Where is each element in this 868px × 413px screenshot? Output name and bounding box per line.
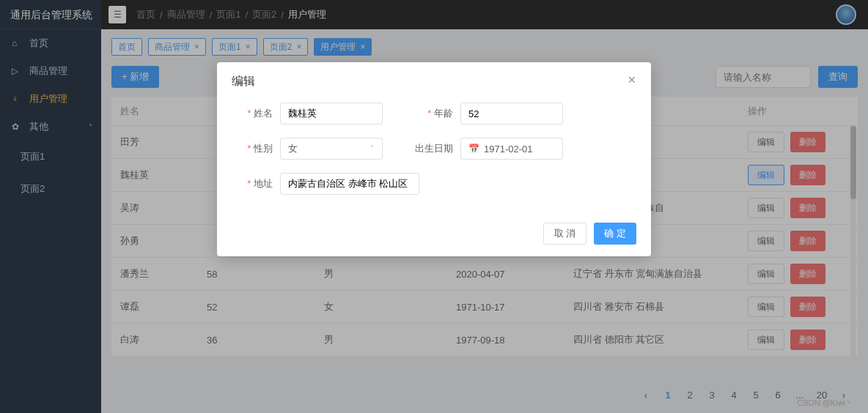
label-age: 年龄 bbox=[412, 107, 453, 120]
chevron-down-icon: ˅ bbox=[369, 144, 375, 155]
sex-select[interactable]: 女˅ bbox=[280, 138, 383, 160]
age-input[interactable] bbox=[460, 103, 563, 124]
label-name: 姓名 bbox=[232, 107, 273, 120]
addr-input[interactable] bbox=[280, 173, 419, 195]
cancel-button[interactable]: 取 消 bbox=[543, 223, 587, 245]
label-birth: 出生日期 bbox=[412, 142, 453, 155]
name-input[interactable] bbox=[280, 103, 383, 124]
label-sex: 性别 bbox=[232, 142, 273, 155]
calendar-icon: 📅 bbox=[468, 144, 479, 154]
edit-modal: 编辑 ✕ 姓名 年龄 性别女˅ 出生日期📅1971-02-01 地址 取 消 确… bbox=[217, 62, 651, 256]
close-icon[interactable]: ✕ bbox=[628, 74, 636, 89]
ok-button[interactable]: 确 定 bbox=[594, 223, 636, 245]
label-addr: 地址 bbox=[232, 177, 273, 190]
modal-title: 编辑 bbox=[232, 74, 255, 89]
birth-input[interactable]: 📅1971-02-01 bbox=[460, 138, 563, 160]
